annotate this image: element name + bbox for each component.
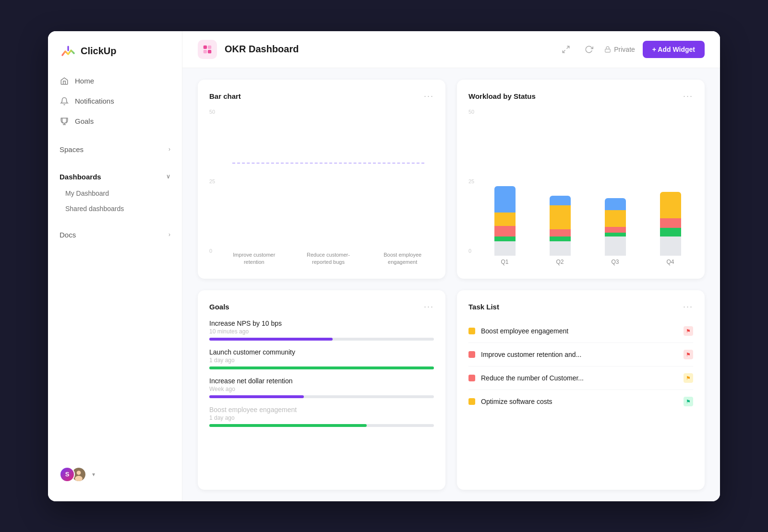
app-container: ClickUp Home: [48, 31, 720, 501]
dashboard-grid: Bar chart ··· 50 25 0: [182, 68, 720, 501]
top-bar: OKR Dashboard: [182, 31, 720, 68]
seg-q1-pink: [494, 226, 516, 236]
sidebar-docs-section: Docs ›: [48, 226, 182, 244]
bar-chart-title: Bar chart: [209, 92, 241, 100]
bar-group-3: Boost employeeengagement: [371, 248, 434, 265]
lock-icon: [604, 46, 611, 53]
sidebar-item-dashboards[interactable]: Dashboards ∨: [54, 168, 176, 186]
nav-items: Home Notifications: [48, 71, 182, 131]
task-1-dot: [468, 328, 475, 334]
sidebar-item-my-dashboard[interactable]: My Dashboard: [54, 186, 176, 201]
task-list-more-button[interactable]: ···: [683, 302, 693, 312]
seg-q3-yellow: [605, 210, 626, 227]
add-widget-button[interactable]: + Add Widget: [643, 41, 705, 58]
task-4-flag: ⚑: [684, 397, 693, 406]
bar-group-2: Reduce customer-reported bugs: [297, 248, 360, 265]
grid-icon: [202, 44, 213, 55]
seg-q3-pink: [605, 227, 626, 233]
seg-q4-yellow: [660, 192, 681, 218]
my-dashboard-label: My Dashboard: [65, 189, 109, 197]
sidebar-spaces-label: Spaces: [60, 145, 84, 154]
task-2-dot: [468, 351, 475, 358]
workload-bar-q4: Q4: [648, 192, 693, 265]
sidebar-item-docs[interactable]: Docs ›: [54, 226, 176, 244]
user-dropdown-arrow[interactable]: ▾: [92, 471, 95, 478]
task-list-title: Task List: [468, 303, 499, 311]
bar-chart-more-button[interactable]: ···: [424, 91, 434, 101]
goals-list: Increase NPS by 10 bps 10 minutes ago La…: [209, 319, 434, 427]
goal-3-name: Increase net dollar retention: [209, 377, 434, 385]
task-3-dot: [468, 375, 475, 381]
privacy-label: Private: [614, 46, 635, 53]
sidebar-dashboards-label: Dashboards: [60, 173, 101, 181]
goal-1-time: 10 minutes ago: [209, 328, 434, 335]
svg-rect-7: [605, 49, 611, 52]
goal-4-progress-bar: [209, 424, 434, 427]
goal-item-1: Increase NPS by 10 bps 10 minutes ago: [209, 319, 434, 341]
seg-q1-blue: [494, 186, 516, 213]
trophy-icon: [60, 117, 69, 126]
stacked-bar-q4: [660, 192, 681, 256]
clickup-logo-icon: [60, 43, 77, 60]
seg-q2-gray: [550, 241, 571, 256]
workload-more-button[interactable]: ···: [683, 91, 693, 101]
goal-2-progress-bar: [209, 366, 434, 369]
workload-q2-label: Q2: [556, 259, 564, 265]
goal-item-3: Increase net dollar retention Week ago: [209, 377, 434, 398]
sidebar-docs-label: Docs: [60, 231, 76, 239]
app-name: ClickUp: [81, 46, 116, 57]
bar-y-label-50: 50: [209, 109, 219, 115]
goal-1-progress-fill: [209, 338, 333, 341]
privacy-badge: Private: [604, 46, 635, 53]
stacked-bar-q2: [550, 196, 571, 256]
sidebar-dashboards-section: Dashboards ∨ My Dashboard Shared dashboa…: [48, 168, 182, 216]
sidebar-bottom: S ▾: [48, 459, 182, 490]
sidebar-item-goals[interactable]: Goals: [54, 112, 176, 131]
bar-label-2: Reduce customer-reported bugs: [307, 251, 350, 265]
task-list-widget: Task List ··· Boost employee engagement …: [457, 290, 705, 490]
dashboard-icon-wrap: [198, 40, 217, 59]
sidebar-item-shared-dashboards[interactable]: Shared dashboards: [54, 201, 176, 216]
workload-q4-label: Q4: [666, 259, 674, 265]
bar-label-3: Boost employeeengagement: [384, 251, 421, 265]
page-title: OKR Dashboard: [225, 44, 299, 55]
task-4-dot: [468, 398, 475, 405]
bar-y-label-0: 0: [209, 248, 219, 254]
dashboards-chevron-icon: ∨: [166, 173, 170, 180]
goal-3-progress-fill: [209, 395, 304, 398]
stacked-bar-q1: [494, 186, 516, 256]
goals-header: Goals ···: [209, 302, 434, 312]
goals-more-button[interactable]: ···: [424, 302, 434, 312]
sidebar-item-spaces[interactable]: Spaces ›: [54, 141, 176, 158]
workload-q3-label: Q3: [611, 259, 619, 265]
sidebar-item-notifications[interactable]: Notifications: [54, 92, 176, 111]
sidebar-item-home-label: Home: [75, 77, 94, 85]
goal-4-name: Boost employee engagement: [209, 406, 434, 414]
svg-point-2: [75, 475, 83, 481]
goal-2-time: 1 day ago: [209, 357, 434, 364]
avatar-stack: S: [60, 467, 86, 482]
bar-chart-header: Bar chart ···: [209, 91, 434, 101]
seg-q3-green: [605, 233, 626, 236]
bar-label-1: Improve customerretention: [233, 251, 275, 265]
sidebar-item-home[interactable]: Home: [54, 71, 176, 91]
sidebar-spaces-section: Spaces ›: [48, 141, 182, 158]
workload-y-0: 0: [468, 248, 478, 254]
refresh-button[interactable]: [581, 42, 597, 57]
goal-4-progress-fill: [209, 424, 367, 427]
workload-header: Workload by Status ···: [468, 91, 693, 101]
task-list-header: Task List ···: [468, 302, 693, 312]
goal-1-name: Increase NPS by 10 bps: [209, 319, 434, 327]
docs-chevron-icon: ›: [168, 231, 170, 238]
seg-q4-gray: [660, 236, 681, 256]
bell-icon: [60, 96, 69, 106]
workload-q1-label: Q1: [501, 259, 508, 265]
seg-q1-green: [494, 236, 516, 241]
bar-chart-area: 50 25 0 Improve customerretention: [209, 109, 434, 268]
task-item-4: Optimize software costs ⚑: [468, 390, 693, 413]
goal-item-2: Launch customer community 1 day ago: [209, 348, 434, 369]
task-1-name: Boost employee engagement: [481, 327, 678, 335]
workload-bar-q3: Q3: [592, 198, 638, 265]
expand-button[interactable]: [558, 42, 574, 57]
task-3-name: Reduce the number of Customer...: [481, 374, 678, 382]
